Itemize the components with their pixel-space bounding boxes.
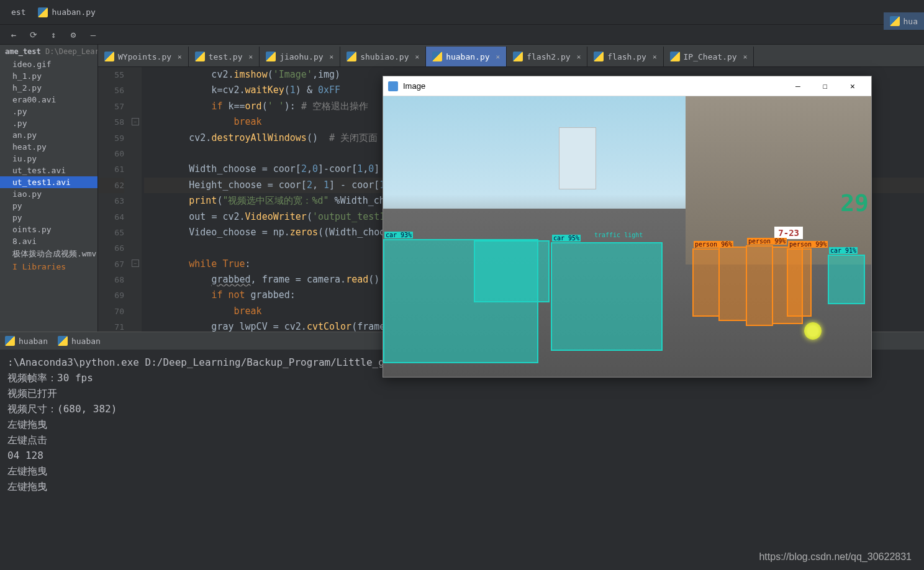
detection-person: person 99% [746,245,773,326]
project-root[interactable]: ame_test D:\Deep_Lear [0,45,97,58]
tree-item[interactable]: 8.avi [0,235,97,247]
tree-item[interactable]: py [0,212,97,224]
fold-marker-icon[interactable]: − [132,260,139,267]
run-tab[interactable]: huaban [58,336,101,346]
settings-icon[interactable]: ⚙ [65,26,82,43]
python-icon [594,52,604,61]
python-icon [5,336,15,346]
editor-tab[interactable]: flash.py✕ [587,47,663,66]
editor-tab[interactable]: shubiao.py✕ [340,47,426,66]
close-icon[interactable]: ✕ [415,53,420,61]
minimize-button[interactable]: — [784,78,812,95]
toolbar: ← ⟳ ↕ ⚙ — [0,25,924,45]
python-icon [346,52,356,61]
gutter: 5556575859606162636465666768697071 [98,67,130,332]
overlay-number: 29 [840,189,869,217]
editor-tab[interactable]: flash2.py✕ [507,47,587,66]
tree-item[interactable]: 极体拨动合成视频.wmv [0,247,97,261]
window-titlebar[interactable]: Image — ☐ ✕ [383,76,871,96]
project-sidebar: ame_test D:\Deep_Lear ideo.gifh_1.pyh_2.… [0,45,98,332]
breadcrumb-root[interactable]: est [5,5,32,19]
detection-person: person 96% [692,248,720,317]
run-tab[interactable]: huaban [5,336,48,346]
breadcrumb-bar: est huaban.py [0,0,924,25]
close-button[interactable]: ✕ [839,78,866,95]
editor-tabs: WYpoints.py✕test.py✕jiaohu.py✕shubiao.py… [98,45,924,67]
tree-item[interactable]: ut_test1.avi [0,176,97,188]
tree-item[interactable]: h_1.py [0,70,97,82]
python-icon [38,7,48,17]
image-canvas: 7-23 29 car 93% car 95% car 91% person 9… [383,96,871,377]
python-icon [670,52,680,61]
python-icon [104,52,114,61]
python-icon [513,52,523,61]
maximize-button[interactable]: ☐ [812,78,839,95]
close-icon[interactable]: ✕ [577,53,581,61]
editor-tab[interactable]: jiaohu.py✕ [260,47,340,66]
fold-marker-icon[interactable]: − [132,118,139,125]
fold-column: − − [130,67,142,332]
opencv-image-window[interactable]: Image — ☐ ✕ 7-23 29 car 93% car 95% car … [383,76,872,378]
python-icon [890,16,900,26]
shop-sign: 7-23 [774,227,803,239]
close-icon[interactable]: ✕ [743,53,748,61]
detection-car: car 91% [828,255,865,304]
tree-item[interactable]: iu.py [0,153,97,165]
tree-item[interactable]: era00.avi [0,94,97,106]
tree-item[interactable]: ut_test.avi [0,165,97,176]
hide-icon[interactable]: — [84,26,102,43]
tree-item[interactable]: an.py [0,129,97,141]
tree-item[interactable]: py [0,200,97,212]
python-icon [195,52,205,61]
far-right-tab[interactable]: hua [884,12,924,30]
app-icon [388,81,398,91]
close-icon[interactable]: ✕ [178,53,182,61]
tree-item[interactable]: ideo.gif [0,58,97,70]
detection-traffic-light: traffic light [594,232,643,238]
close-icon[interactable]: ✕ [496,53,500,61]
detection-car: car 95% [551,242,663,351]
editor-tab[interactable]: huaban.py✕ [426,47,507,66]
tree-item[interactable]: h_2.py [0,82,97,94]
close-icon[interactable]: ✕ [249,53,253,61]
close-icon[interactable]: ✕ [653,53,657,61]
detection-person: person 99% [787,248,812,317]
editor-tab[interactable]: WYpoints.py✕ [98,47,189,66]
tree-item[interactable]: oints.py [0,224,97,235]
watermark: https://blog.csdn.net/qq_30622831 [759,551,912,563]
python-icon [432,52,442,61]
tree-item[interactable]: .py [0,117,97,129]
tree-item[interactable]: heat.py [0,141,97,153]
detection-person [718,247,747,321]
tree-item[interactable]: I Libraries [0,261,97,273]
collapse-icon[interactable]: ↕ [45,26,62,43]
cursor-highlight-icon [804,322,822,340]
detection-car [474,240,550,302]
tree-item[interactable]: iao.py [0,188,97,200]
tree-item[interactable]: .py [0,106,97,117]
window-title: Image [403,81,784,91]
close-icon[interactable]: ✕ [330,53,334,61]
python-icon [58,336,68,346]
sync-icon[interactable]: ⟳ [25,26,42,43]
breadcrumb-file[interactable]: huaban.py [32,5,101,20]
editor-tab[interactable]: test.py✕ [189,47,260,66]
nav-back-icon[interactable]: ← [5,26,22,43]
editor-tab[interactable]: IP_Cheat.py✕ [664,47,754,66]
python-icon [266,52,276,61]
